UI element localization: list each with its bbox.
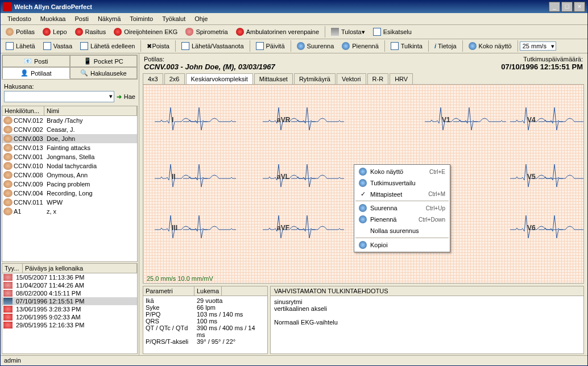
study-row[interactable]: 11/04/2007 11:44:26 AM: [2, 281, 137, 289]
patient-row[interactable]: CCNV.002Ceasar, J.: [2, 125, 137, 134]
menu-toiminto[interactable]: Toiminto: [125, 14, 158, 23]
btn-lepo[interactable]: Lepo: [39, 26, 71, 38]
btn-tietoja[interactable]: i Tietoja: [430, 41, 461, 51]
col-type[interactable]: Tyy...: [2, 264, 23, 273]
ctx-tutkimusvertailu[interactable]: Tutkimusvertailu: [355, 177, 449, 189]
ecg-tab-2[interactable]: Keskiarvokompleksit: [186, 73, 253, 84]
search-go-icon[interactable]: ➜: [117, 93, 122, 101]
study-row[interactable]: 29/05/1995 12:16:33 PM: [2, 321, 137, 329]
btn-spiro[interactable]: Spirometria: [181, 26, 231, 38]
preview-icon: [373, 28, 381, 36]
study-row[interactable]: 13/06/1995 3:28:33 PM: [2, 305, 137, 313]
ecg-tab-5[interactable]: Vektori: [337, 73, 366, 84]
ecg-icon: [3, 298, 13, 305]
tab-pocket[interactable]: 📱 Pocket PC: [70, 55, 138, 67]
param-row: Ikä29 vuotta: [146, 297, 265, 304]
btn-oire[interactable]: Oireijohteinen EKG: [110, 26, 181, 38]
patient-row[interactable]: CCNV.009Pacing problem: [2, 180, 137, 189]
ecg-tab-0[interactable]: 4x3: [143, 73, 163, 84]
btn-potilas[interactable]: Potilas: [2, 26, 39, 38]
zout-icon: [359, 215, 367, 223]
btn-laheta[interactable]: Lähetä: [2, 40, 39, 52]
param-col2[interactable]: Lukema: [194, 286, 222, 296]
lung-icon: [3, 282, 13, 289]
btn-suurenna[interactable]: Suurenna: [293, 40, 338, 52]
close-button[interactable]: ×: [574, 2, 585, 12]
btn-pienenna[interactable]: Pienennä: [338, 40, 383, 52]
zoomout-icon: [342, 42, 350, 50]
ctx-mittapisteet[interactable]: ✓MittapisteetCtrl+M: [355, 189, 449, 199]
menu-työkalut[interactable]: Työkalut: [158, 14, 190, 23]
btn-kokonaytto[interactable]: Koko näyttö: [465, 40, 516, 52]
sync-icon: [181, 42, 189, 50]
study-row[interactable]: 12/06/1995 9:02:33 AM: [2, 313, 137, 321]
ecg-display[interactable]: 25.0 mm/s 10.0 mm/mV Koko näyttöCtrl+ETu…: [143, 84, 584, 284]
btn-tulkinta[interactable]: Tulkinta: [387, 40, 426, 52]
speed-combo[interactable]: 25 mm/s: [520, 41, 556, 51]
menu-ohje[interactable]: Ohje: [190, 14, 212, 23]
patient-list[interactable]: Henkilötun... Nimi CCNV.012Brady /TachyC…: [2, 106, 138, 262]
ecg-tab-7[interactable]: HRV: [390, 73, 413, 84]
ecg-scale: 25.0 mm/s 10.0 mm/mV: [147, 275, 213, 282]
study-row[interactable]: 07/10/1996 12:15:51 PM: [2, 297, 137, 305]
param-row: QRS100 ms: [146, 318, 265, 325]
tab-posti[interactable]: 📧 Posti: [2, 55, 70, 67]
ecg-tab-6[interactable]: R-R: [367, 73, 389, 84]
toolbar-main: Potilas Lepo Rasitus Oireijohteinen EKG …: [1, 25, 587, 39]
btn-poista[interactable]: ✖ Poista: [143, 41, 173, 52]
tab-potilaat[interactable]: 👤 Potilaat: [2, 67, 70, 79]
study-row[interactable]: 08/02/2000 4:15:11 PM: [2, 289, 137, 297]
search-input[interactable]: [4, 91, 114, 102]
col-date[interactable]: Päiväys ja kellonaika: [23, 264, 137, 273]
param-row: QT / QTc / QTd390 ms / 400 ms / 14 ms: [146, 325, 265, 338]
btn-paivita[interactable]: Päivitä: [252, 40, 289, 52]
btn-vastaa[interactable]: Vastaa: [39, 40, 76, 52]
menu-posti[interactable]: Posti: [70, 14, 93, 23]
study-row[interactable]: 15/05/2007 11:13:36 PM: [2, 273, 137, 281]
forward-icon: [80, 42, 88, 50]
ctx-nollaa-suurennus[interactable]: Nollaa suurennus: [355, 225, 449, 236]
btn-amb[interactable]: Ambulatorinen verenpaine: [232, 26, 323, 38]
btn-esikatselu[interactable]: Esikatselu: [369, 26, 416, 38]
ecg-tab-1[interactable]: 2x6: [164, 73, 185, 84]
minimize-button[interactable]: _: [549, 2, 560, 12]
ctx-koko-näyttö[interactable]: Koko näyttöCtrl+E: [355, 166, 449, 177]
toolbar-secondary: Lähetä Vastaa Lähetä edelleen ✖ Poista L…: [1, 39, 587, 53]
patient-row[interactable]: CCNV.003Doe, John: [2, 134, 137, 143]
ctx-kopioi[interactable]: Kopioi: [355, 239, 449, 251]
feet-icon: [3, 322, 13, 328]
btn-tulosta[interactable]: Tulosta ▾: [327, 26, 369, 38]
lead-label-I: I: [172, 116, 173, 124]
ecg-tab-3[interactable]: Mittaukset: [254, 73, 293, 84]
patient-row[interactable]: CCNV.001Jongmans, Stella: [2, 152, 137, 161]
maximize-button[interactable]: □: [561, 2, 573, 12]
ctx-pienennä[interactable]: PienennäCtrl+Down: [355, 214, 449, 225]
study-list[interactable]: Tyy... Päiväys ja kellonaika 15/05/2007 …: [2, 263, 138, 354]
patient-name: CCNV.003 - John Doe, (M), 03/03/1967: [144, 63, 275, 71]
search-button[interactable]: Hae: [124, 93, 135, 100]
patient-row[interactable]: CCNV.010Nodal tachycardia: [2, 161, 137, 170]
btn-laheta-vastaanota[interactable]: Lähetä/Vastaanota: [177, 40, 248, 52]
btn-laheta-edelleen[interactable]: Lähetä edelleen: [76, 40, 139, 52]
window-title: Welch Allyn CardioPerfect: [14, 3, 549, 10]
btn-rasitus[interactable]: Rasitus: [71, 26, 110, 38]
menu-näkymä[interactable]: Näkymä: [93, 14, 125, 23]
menu-tiedosto[interactable]: Tiedosto: [3, 14, 36, 23]
patient-row[interactable]: CCNV.011WPW: [2, 198, 137, 207]
lead-label-aVF: aVF: [277, 224, 289, 232]
ctx-suurenna[interactable]: SuurennaCtrl+Up: [355, 202, 449, 214]
patient-row[interactable]: CCNV.012Brady /Tachy: [2, 116, 137, 125]
ecg-tab-4[interactable]: Rytmikäyrä: [294, 73, 336, 84]
patient-row[interactable]: CCNV.004Recording, Long: [2, 189, 137, 198]
patient-row[interactable]: CCNV.008Onymous, Ann: [2, 170, 137, 180]
col-name[interactable]: Nimi: [44, 106, 137, 115]
tab-haku[interactable]: 🔍 Hakulauseke: [70, 67, 138, 79]
param-col1[interactable]: Parametri: [143, 286, 194, 296]
ecg-tabs: 4x32x6KeskiarvokompleksitMittauksetRytmi…: [140, 72, 586, 84]
patient-icon: [3, 135, 13, 143]
menu-muokkaa[interactable]: Muokkaa: [36, 14, 71, 23]
col-id[interactable]: Henkilötun...: [2, 106, 44, 115]
patient-row[interactable]: A1z, x: [2, 207, 137, 216]
patient-row[interactable]: CCNV.013Fainting attacks: [2, 143, 137, 152]
study-date-label: Tutkimuspäivämäärä:: [501, 56, 583, 63]
